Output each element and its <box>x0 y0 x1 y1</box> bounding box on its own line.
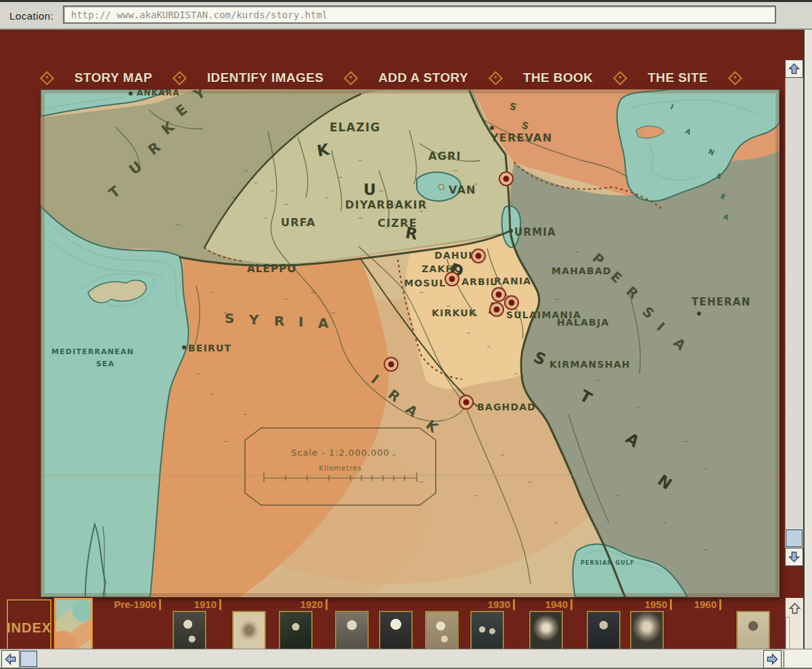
map-label: MEDITERRANEAN <box>51 347 134 356</box>
browser-chrome: Location: http:// www.akaKURDISTAN.com/k… <box>0 0 812 30</box>
map-label: PERSIAN GULF <box>581 560 635 566</box>
map-label: U <box>363 181 376 198</box>
nav-identify-images[interactable]: IDENTIFY IMAGES <box>207 70 323 85</box>
story-marker[interactable] <box>459 395 473 409</box>
map-label: MAHABAD <box>551 265 612 276</box>
down-arrow-icon <box>788 551 800 563</box>
vertical-scroll-track[interactable] <box>785 78 803 530</box>
page-background: STORY MAP IDENTIFY IMAGES ADD A STORY TH… <box>0 30 812 669</box>
timeline-decade-1920[interactable]: 1920 <box>185 599 328 610</box>
story-marker[interactable] <box>505 296 518 309</box>
right-arrow-icon <box>766 653 779 666</box>
decade-label: 1920 <box>300 599 323 610</box>
location-input[interactable]: http:// www.akaKURDISTAN.com/kurds/story… <box>63 5 776 24</box>
scroll-right-button[interactable] <box>763 650 782 668</box>
city-dot <box>129 91 133 95</box>
timeline-scroll-up-button[interactable] <box>786 599 803 617</box>
map-label: URMIA <box>514 226 556 238</box>
map-label: ELAZIG <box>330 121 380 134</box>
scroll-down-button[interactable] <box>785 548 803 566</box>
map-label: Y <box>248 311 259 328</box>
lake-van-island <box>438 184 444 190</box>
vertical-scrollbar[interactable] <box>785 60 803 566</box>
map-label: R <box>274 313 284 329</box>
map-label: VAN <box>449 184 476 196</box>
story-marker[interactable] <box>499 172 513 186</box>
decade-tick <box>719 599 721 610</box>
hollow-up-arrow-icon <box>788 602 801 615</box>
map-label: DAHUK <box>434 250 476 261</box>
timeline-decade-1960[interactable]: 1960 <box>579 599 721 610</box>
map-label: KIRMANSHAH <box>549 359 631 370</box>
story-marker[interactable] <box>490 303 503 316</box>
scrollbar-corner <box>784 650 812 668</box>
map-label: AGRI <box>428 150 461 163</box>
story-marker[interactable] <box>492 288 505 301</box>
map-label: DIYARBAKIR <box>345 198 427 211</box>
map-label: ARBIL <box>461 276 497 287</box>
left-arrow-icon <box>4 653 17 666</box>
map-label: A <box>318 315 329 331</box>
city-dot <box>697 311 701 316</box>
nav-story-map[interactable]: STORY MAP <box>74 70 152 85</box>
map-label: I <box>298 314 303 330</box>
horizontal-scrollbar[interactable] <box>0 649 812 669</box>
map-label: ALEPPO <box>247 263 296 275</box>
kurdistan-map[interactable]: Scale - 1:2,000,000 Kilometres ANKARAELA… <box>41 89 780 597</box>
map-label: RANIA <box>494 276 531 286</box>
location-url-text: http:// www.akaKURDISTAN.com/kurds/story… <box>64 7 775 20</box>
scale-text: Scale - 1:2,000,000 <box>291 448 390 458</box>
city-dot <box>490 126 494 130</box>
main-nav: STORY MAP IDENTIFY IMAGES ADD A STORY TH… <box>42 68 740 88</box>
city-dot <box>182 345 186 349</box>
story-map[interactable]: Scale - 1:2,000,000 Kilometres ANKARAELA… <box>41 89 780 597</box>
story-marker[interactable] <box>472 249 485 263</box>
map-label: SEA <box>96 360 115 368</box>
map-label: ANKARA <box>137 89 180 98</box>
diamond-icon <box>173 70 187 85</box>
diamond-icon <box>40 70 54 85</box>
diamond-icon <box>613 70 627 85</box>
diamond-icon <box>489 70 503 85</box>
map-label: YEREVAN <box>490 131 552 144</box>
map-label: KIRKUK <box>432 307 477 318</box>
location-label: Location: <box>9 10 53 22</box>
horizontal-scroll-thumb[interactable] <box>20 651 37 667</box>
map-label: BEIRUT <box>188 343 231 353</box>
scale-units-text: Kilometres <box>319 465 361 472</box>
nav-the-site[interactable]: THE SITE <box>648 70 708 85</box>
scroll-up-button[interactable] <box>785 60 803 78</box>
scroll-left-button[interactable] <box>1 650 20 668</box>
vertical-scroll-thumb[interactable] <box>786 530 803 547</box>
nav-add-a-story[interactable]: ADD A STORY <box>378 70 468 85</box>
map-label: BAGHDAD <box>477 402 536 412</box>
nav-the-book[interactable]: THE BOOK <box>523 70 593 85</box>
story-marker[interactable] <box>384 358 398 371</box>
up-arrow-icon <box>788 62 800 75</box>
browser-window: STORY MAP IDENTIFY IMAGES ADD A STORY TH… <box>0 0 812 669</box>
map-label: MOSUL <box>404 278 446 288</box>
diamond-icon <box>344 70 358 85</box>
story-marker[interactable] <box>445 272 459 286</box>
decade-tick <box>325 599 328 610</box>
map-label: TEHERAN <box>692 296 750 308</box>
city-dot <box>509 229 513 233</box>
decade-label: 1960 <box>694 599 717 610</box>
map-label: S <box>225 310 234 326</box>
window-edge <box>804 30 812 649</box>
map-label: URFA <box>281 216 316 229</box>
map-label: HALABJA <box>557 317 609 328</box>
diamond-icon <box>728 70 742 85</box>
